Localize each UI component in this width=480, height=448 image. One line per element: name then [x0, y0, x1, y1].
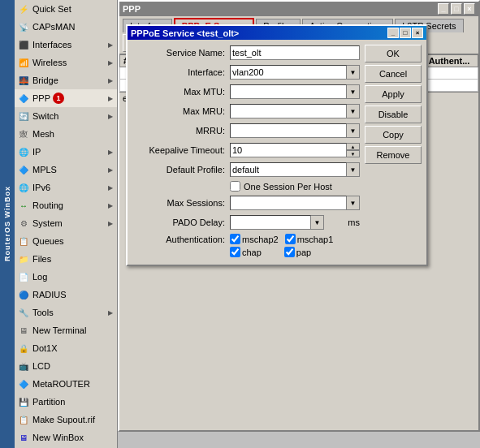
- sidebar-item-wireless[interactable]: 📶 Wireless ▶: [15, 54, 117, 71]
- disable-button[interactable]: Disable: [365, 106, 422, 123]
- sidebar-item-label: Make Supout.rif: [32, 415, 95, 424]
- main-content: PPP _ □ × Interface PPPoE Servers Profil…: [118, 0, 480, 448]
- mrru-dropdown-arrow[interactable]: ▼: [347, 123, 360, 138]
- sidebar-item-queues[interactable]: 📋 Queues: [15, 232, 117, 250]
- remove-button[interactable]: Remove: [365, 146, 422, 164]
- service-name-row: Service Name:: [132, 45, 360, 61]
- sidebar-item-label: LCD: [32, 361, 50, 371]
- sidebar-item-interfaces[interactable]: ⬛ Interfaces ▶: [15, 36, 117, 54]
- sidebar-item-label: New WinBox: [32, 433, 84, 442]
- max-mtu-label: Max MTU:: [132, 87, 230, 97]
- log-icon: 📄: [17, 270, 30, 283]
- sidebar-item-radius[interactable]: 🔵 RADIUS: [15, 286, 117, 304]
- sidebar-item-label: RADIUS: [32, 290, 67, 299]
- sidebar-item-quick-set[interactable]: ⚡ Quick Set: [15, 0, 117, 18]
- sidebar-item-log[interactable]: 📄 Log: [15, 268, 117, 286]
- sidebar-item-label: IP: [32, 147, 41, 157]
- sidebar-item-ppp[interactable]: 🔷 PPP 1 ▶: [15, 89, 117, 107]
- sidebar-item-label: PPP: [32, 93, 50, 103]
- ppp-window-title: PPP: [123, 4, 141, 14]
- sidebar-item-routing[interactable]: ↔ Routing ▶: [15, 196, 117, 214]
- max-sessions-input[interactable]: [230, 196, 347, 210]
- max-mru-dropdown-arrow[interactable]: ▼: [347, 104, 360, 118]
- cell-authent: [425, 67, 478, 80]
- dot1x-icon: 🔒: [17, 342, 30, 355]
- max-sessions-row: Max Sessions: ▼: [132, 195, 360, 211]
- dialog-titlebar: PPPoE Service <test_olt> _ □ ×: [128, 26, 426, 40]
- sidebar-item-files[interactable]: 📁 Files: [15, 250, 117, 268]
- default-profile-dropdown: ▼: [230, 162, 360, 177]
- max-mtu-dropdown-arrow[interactable]: ▼: [347, 84, 360, 99]
- sidebar-item-switch[interactable]: 🔄 Switch ▶: [15, 107, 117, 125]
- sidebar-item-mesh[interactable]: 🕸 Mesh: [15, 125, 117, 143]
- one-session-label: One Session Per Host: [244, 182, 332, 192]
- interface-row: Interface: ▼: [132, 64, 360, 80]
- mrru-input[interactable]: [230, 123, 347, 138]
- pado-delay-input[interactable]: [230, 215, 311, 230]
- sidebar-item-capsman[interactable]: 📡 CAPsMAN: [15, 18, 117, 36]
- keepalive-up-arrow[interactable]: ▲: [347, 143, 360, 150]
- mesh-icon: 🕸: [17, 127, 30, 140]
- pado-delay-label: PADO Delay:: [132, 218, 230, 227]
- arrow-icon: ▶: [108, 166, 113, 174]
- auth-pap-checkbox[interactable]: [284, 247, 295, 257]
- dialog-title: PPPoE Service <test_olt>: [131, 28, 239, 38]
- ppp-titlebar: PPP _ □ ×: [119, 2, 478, 16]
- keepalive-row: Keepalive Timeout: ▲ ▼: [132, 142, 360, 158]
- sidebar-item-partition[interactable]: 💾 Partition: [15, 393, 117, 411]
- arrow-icon: ▶: [108, 309, 113, 317]
- sidebar-item-label: Log: [32, 272, 47, 282]
- max-mru-label: Max MRU:: [132, 106, 230, 116]
- max-mtu-input[interactable]: [230, 84, 347, 99]
- dialog-maximize-button[interactable]: □: [400, 28, 411, 38]
- sidebar-item-label: Files: [32, 254, 51, 264]
- auth-mschap1-checkbox[interactable]: [285, 234, 296, 244]
- sidebar-item-label: Bridge: [32, 75, 58, 85]
- auth-chap-checkbox[interactable]: [230, 247, 240, 257]
- interface-input[interactable]: [230, 65, 347, 80]
- apply-button[interactable]: Apply: [365, 85, 422, 103]
- max-sessions-dropdown-arrow[interactable]: ▼: [347, 196, 360, 210]
- arrow-icon: ▶: [108, 149, 113, 156]
- sidebar-item-label: Quick Set: [32, 4, 71, 14]
- minimize-button[interactable]: _: [438, 3, 449, 15]
- sidebar-item-ip[interactable]: 🌐 IP ▶: [15, 143, 117, 161]
- win-controls: _ □ ×: [438, 3, 475, 15]
- sidebar-item-new-winbox[interactable]: 🖥 New WinBox: [15, 429, 117, 446]
- make-supout-icon: 📋: [17, 413, 30, 426]
- sidebar-item-dot1x[interactable]: 🔒 Dot1X: [15, 339, 117, 357]
- queues-icon: 📋: [17, 235, 30, 248]
- sidebar-item-lcd[interactable]: 📺 LCD: [15, 357, 117, 375]
- dialog-minimize-button[interactable]: _: [387, 28, 399, 38]
- auth-pap-label: pap: [296, 248, 311, 257]
- keepalive-input[interactable]: [230, 143, 347, 157]
- dialog-close-button[interactable]: ×: [412, 28, 423, 38]
- copy-button[interactable]: Copy: [365, 126, 422, 144]
- one-session-checkbox[interactable]: [230, 181, 240, 192]
- sidebar-item-make-supout[interactable]: 📋 Make Supout.rif: [15, 411, 117, 429]
- pado-delay-dropdown-arrow[interactable]: ▼: [311, 215, 324, 230]
- auth-mschap2-checkbox[interactable]: [230, 234, 240, 244]
- sidebar-item-ipv6[interactable]: 🌐 IPv6 ▶: [15, 179, 117, 196]
- sidebar-item-bridge[interactable]: 🌉 Bridge ▶: [15, 71, 117, 89]
- dialog-buttons: OK Cancel Apply Disable Copy Remove: [365, 45, 422, 260]
- sidebar-item-new-terminal[interactable]: 🖥 New Terminal: [15, 321, 117, 339]
- sidebar-item-tools[interactable]: 🔧 Tools ▶: [15, 304, 117, 321]
- default-profile-dropdown-arrow[interactable]: ▼: [347, 162, 360, 177]
- sidebar-item-mpls[interactable]: 🔷 MPLS ▶: [15, 161, 117, 179]
- sidebar-item-system[interactable]: ⚙ System ▶: [15, 214, 117, 232]
- max-mru-row: Max MRU: ▼: [132, 103, 360, 119]
- auth-mschap1-label: mschap1: [297, 235, 334, 244]
- interface-dropdown-arrow[interactable]: ▼: [347, 65, 360, 80]
- sidebar-item-metarouter[interactable]: 🔷 MetaROUTER: [15, 375, 117, 393]
- max-mru-input[interactable]: [230, 104, 347, 118]
- keepalive-down-arrow[interactable]: ▼: [347, 150, 360, 157]
- ok-button[interactable]: OK: [365, 45, 422, 62]
- service-name-input[interactable]: [230, 45, 360, 60]
- max-mtu-dropdown: ▼: [230, 84, 360, 99]
- default-profile-input[interactable]: [230, 162, 347, 177]
- maximize-button[interactable]: □: [451, 3, 462, 15]
- close-button[interactable]: ×: [464, 3, 475, 15]
- cancel-button[interactable]: Cancel: [365, 65, 422, 83]
- sidebar: RouterOS WinBox ⚡ Quick Set 📡 CAPsMAN ⬛ …: [0, 0, 118, 448]
